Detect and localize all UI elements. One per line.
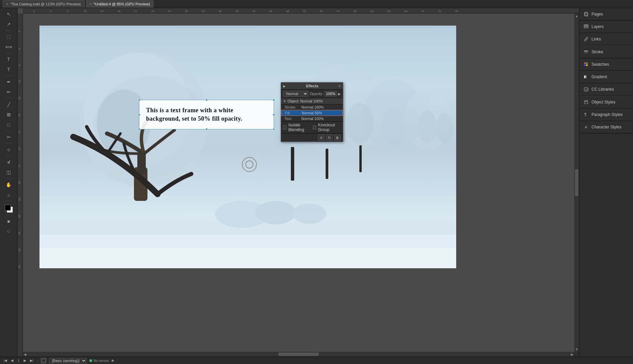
svg-text:33: 33 xyxy=(18,198,21,201)
rotation-handle[interactable] xyxy=(242,157,257,172)
character-styles-panel-item[interactable]: A Character Styles xyxy=(579,121,633,133)
vertical-scrollbar[interactable]: ▲ ▼ xyxy=(574,13,579,352)
scroll-corner xyxy=(574,352,579,357)
color-boxes[interactable] xyxy=(4,204,13,213)
workspace-select[interactable]: [Basic (working)] xyxy=(49,358,87,363)
toolbar: ↖ ↗ ⬚ ⟺ T T ✒ ✏ ╱ ⊠ □ ✂ ⊹ ⊀ ◫ ✋ ⌕ ▣ ⬡ xyxy=(0,8,18,357)
opacity-arrow[interactable]: ▶ xyxy=(338,92,341,96)
text-effect-row[interactable]: Text: Normal 100% xyxy=(281,116,343,121)
rectangle-tool[interactable]: □ xyxy=(4,120,13,129)
selection-handle-tl[interactable] xyxy=(138,99,140,101)
selection-handle-bl[interactable] xyxy=(138,128,140,130)
opacity-input[interactable] xyxy=(325,91,337,96)
svg-text:9: 9 xyxy=(18,64,21,66)
knockout-group-label: Knockout Group xyxy=(318,123,341,132)
pen-tool[interactable]: ✒ xyxy=(4,77,13,87)
cc-libraries-panel-item[interactable]: CC CC Libraries xyxy=(579,83,633,96)
screen-mode-btn[interactable]: ⬡ xyxy=(4,226,13,236)
tab-label-2: *Untitled-4 @ 85% (GPU Preview) xyxy=(93,2,150,6)
gradient-tool[interactable]: ◫ xyxy=(4,168,13,177)
page-tool[interactable]: ⬚ xyxy=(4,32,13,41)
document-canvas[interactable]: This is a text frame with a white backgr… xyxy=(39,26,456,268)
zoom-tool[interactable]: ⌕ xyxy=(4,190,13,200)
tool-separator-7 xyxy=(5,156,13,156)
pages-label: Pages xyxy=(591,12,603,17)
panel-titlebar[interactable]: ▶ Effects ≡ xyxy=(281,83,343,90)
rectangle-frame-tool[interactable]: ⊠ xyxy=(4,110,13,119)
object-styles-panel-item[interactable]: Object Styles xyxy=(579,96,633,109)
type-tool[interactable]: T xyxy=(4,55,13,64)
svg-text:54: 54 xyxy=(320,10,323,13)
panel-close-btn[interactable]: ≡ xyxy=(339,84,341,88)
svg-text:15: 15 xyxy=(101,10,104,13)
layers-panel-item[interactable]: Layers xyxy=(579,21,633,33)
clear-effects-btn[interactable]: ⊘ xyxy=(318,134,325,141)
knockout-group-checkbox[interactable] xyxy=(313,125,316,129)
tool-separator-3 xyxy=(5,75,13,76)
gradient-panel-item[interactable]: Gradient xyxy=(579,71,633,83)
svg-text:CC: CC xyxy=(585,88,588,91)
scissors-tool[interactable]: ✂ xyxy=(4,132,13,142)
stroke-effect-row[interactable]: Stroke: Normal 100% xyxy=(281,104,343,110)
selection-handle-bm[interactable] xyxy=(205,128,208,130)
gradient-label: Gradient xyxy=(591,74,607,79)
horizontal-scrollbar[interactable]: ◀ ▶ xyxy=(23,352,574,357)
paragraph-styles-panel-item[interactable]: ¶ Paragraph Styles xyxy=(579,109,633,121)
selection-handle-tr[interactable] xyxy=(273,99,275,101)
selection-handle-mr[interactable] xyxy=(273,114,275,116)
prev-page-btn[interactable]: ◀ xyxy=(9,358,15,363)
scroll-up-btn[interactable]: ▲ xyxy=(575,14,578,18)
direct-selection-tool[interactable]: ↗ xyxy=(4,20,13,29)
tab-close-btn-2[interactable]: × xyxy=(90,2,92,6)
free-transform-tool[interactable]: ⊹ xyxy=(4,145,13,154)
selection-handle-br[interactable] xyxy=(273,128,275,130)
svg-rect-85 xyxy=(586,64,588,66)
swatches-panel-item[interactable]: Swatches xyxy=(579,58,633,71)
text-frame[interactable]: This is a text frame with a white backgr… xyxy=(139,100,274,129)
hand-tool[interactable]: ✋ xyxy=(4,180,13,189)
scroll-down-btn[interactable]: ▼ xyxy=(575,347,578,351)
delete-btn[interactable]: 🗑 xyxy=(334,134,341,141)
tab-untitled[interactable]: × *Untitled-4 @ 85% (GPU Preview) xyxy=(86,0,154,8)
tab-close-btn[interactable]: × xyxy=(6,2,8,6)
svg-text:18: 18 xyxy=(18,114,21,117)
eyedropper-tool[interactable]: ⊀ xyxy=(4,157,13,167)
fill-effect-row[interactable]: Fill: Normal 50% xyxy=(281,110,343,116)
svg-rect-0 xyxy=(23,8,579,13)
panel-title: Effects xyxy=(306,84,319,88)
foreground-color-box[interactable] xyxy=(5,205,11,211)
fx-btn[interactable]: fx xyxy=(326,134,333,141)
object-section-header[interactable]: ▼ Object: Normal 100% xyxy=(281,98,343,104)
next-page-btn[interactable]: ▶ xyxy=(22,358,28,363)
svg-text:45: 45 xyxy=(18,265,21,268)
first-page-btn[interactable]: |◀ xyxy=(3,358,8,363)
stroke-panel-item[interactable]: Stroke xyxy=(579,46,633,58)
status-indicator xyxy=(89,359,92,362)
svg-text:27: 27 xyxy=(18,164,21,167)
gap-tool[interactable]: ⟺ xyxy=(4,42,13,52)
character-styles-icon: A xyxy=(583,124,589,130)
tab-tea-catalog[interactable]: × *Tea Catalog.indd @ 113% (GPU Preview) xyxy=(3,0,85,8)
blend-mode-select[interactable]: Normal xyxy=(283,91,308,97)
status-arrow[interactable]: ▶ xyxy=(112,358,114,363)
last-page-btn[interactable]: ▶| xyxy=(29,358,34,363)
svg-text:18: 18 xyxy=(117,10,120,13)
scroll-thumb-v[interactable] xyxy=(575,169,578,196)
selection-handle-ml[interactable] xyxy=(138,114,140,116)
view-mode-btn[interactable]: ▣ xyxy=(4,216,13,226)
selection-handle-tm[interactable] xyxy=(205,99,208,101)
isolate-blending-checkbox[interactable] xyxy=(283,125,286,129)
pages-panel-item[interactable]: Pages xyxy=(579,8,633,21)
line-tool[interactable]: ╱ xyxy=(4,100,13,109)
selection-tool[interactable]: ↖ xyxy=(4,9,13,19)
pencil-tool[interactable]: ✏ xyxy=(4,87,13,97)
scroll-right-btn[interactable]: ▶ xyxy=(571,353,574,356)
type-vertical-tool[interactable]: T xyxy=(4,65,13,74)
svg-text:12: 12 xyxy=(18,80,21,83)
canvas-area[interactable]: 369 121518 212427 303336 394245 485154 5… xyxy=(18,8,579,357)
scroll-left-btn[interactable]: ◀ xyxy=(24,353,26,356)
scroll-thumb-h[interactable] xyxy=(278,353,319,356)
links-panel-item[interactable]: Links xyxy=(579,33,633,46)
ruler-left: 3 6 9 12 15 18 21 24 27 30 33 36 39 42 4… xyxy=(18,13,23,357)
svg-rect-86 xyxy=(584,75,588,78)
